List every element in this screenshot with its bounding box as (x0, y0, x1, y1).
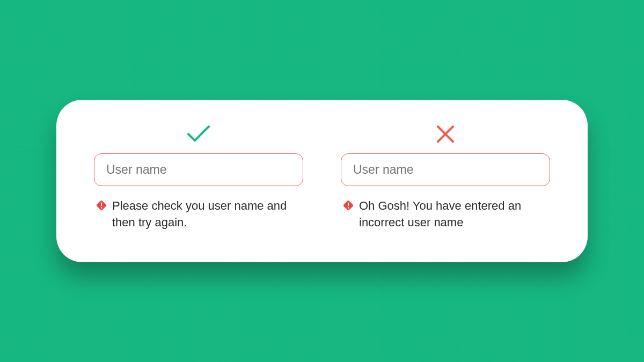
alert-icon (96, 200, 107, 213)
svg-rect-4 (348, 203, 349, 206)
svg-rect-1 (101, 203, 102, 206)
username-input-good[interactable] (94, 153, 303, 186)
svg-point-5 (348, 208, 349, 209)
comparison-card: Please check you user name and then try … (56, 100, 588, 262)
cross-icon (435, 122, 456, 146)
error-text-bad: Oh Gosh! You have entered an incorrect u… (359, 198, 550, 231)
checkmark-icon (186, 122, 211, 146)
error-text-good: Please check you user name and then try … (112, 198, 303, 231)
bad-example-column: Oh Gosh! You have entered an incorrect u… (341, 122, 550, 231)
username-input-bad[interactable] (341, 153, 550, 186)
good-example-column: Please check you user name and then try … (94, 122, 303, 231)
svg-point-2 (101, 208, 102, 209)
error-message-bad: Oh Gosh! You have entered an incorrect u… (341, 198, 550, 231)
error-message-good: Please check you user name and then try … (94, 198, 303, 231)
alert-icon (343, 200, 354, 213)
